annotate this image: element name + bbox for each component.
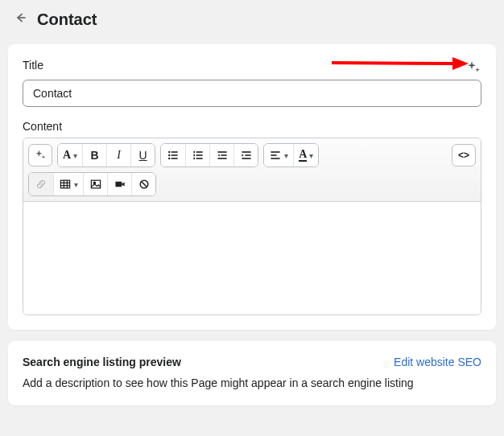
svg-rect-12 bbox=[193, 158, 195, 159]
svg-rect-24 bbox=[271, 158, 280, 159]
underline-button[interactable]: U bbox=[130, 144, 155, 167]
svg-rect-23 bbox=[271, 154, 277, 156]
svg-rect-7 bbox=[171, 158, 178, 159]
seo-heading: Search engine listing preview bbox=[23, 356, 181, 368]
title-label: Title bbox=[23, 59, 43, 72]
svg-marker-17 bbox=[217, 154, 219, 156]
bold-button[interactable]: B bbox=[82, 144, 106, 167]
svg-rect-11 bbox=[196, 154, 202, 156]
back-arrow-icon[interactable] bbox=[13, 10, 29, 30]
svg-rect-10 bbox=[193, 154, 195, 156]
outdent-button[interactable] bbox=[209, 144, 233, 167]
ai-sparkle-icon[interactable] bbox=[465, 60, 481, 76]
svg-rect-20 bbox=[242, 158, 250, 159]
svg-rect-16 bbox=[217, 158, 226, 159]
svg-rect-8 bbox=[193, 151, 195, 153]
svg-rect-25 bbox=[60, 180, 69, 188]
svg-rect-13 bbox=[196, 158, 202, 159]
seo-preview-card: Search engine listing preview Edit websi… bbox=[8, 341, 496, 405]
italic-button[interactable]: I bbox=[106, 144, 130, 167]
image-button[interactable] bbox=[83, 173, 107, 195]
svg-point-2 bbox=[168, 151, 170, 153]
align-dropdown[interactable]: ▾ bbox=[264, 144, 293, 167]
svg-marker-21 bbox=[242, 154, 243, 156]
svg-rect-30 bbox=[91, 180, 100, 188]
svg-rect-18 bbox=[242, 151, 250, 153]
svg-point-4 bbox=[168, 154, 170, 156]
svg-rect-9 bbox=[196, 151, 202, 153]
title-input[interactable] bbox=[23, 80, 481, 107]
video-button[interactable] bbox=[107, 173, 131, 195]
svg-rect-22 bbox=[271, 151, 280, 153]
svg-rect-19 bbox=[245, 154, 250, 156]
html-view-button[interactable]: <> bbox=[452, 144, 476, 167]
ai-assist-button[interactable] bbox=[28, 144, 52, 167]
link-button[interactable] bbox=[29, 173, 53, 195]
table-dropdown[interactable]: ▾ bbox=[53, 173, 83, 195]
rich-text-editor: A▾ B I U bbox=[23, 138, 481, 315]
seo-description: Add a description to see how this Page m… bbox=[23, 376, 481, 389]
bullet-list-button[interactable] bbox=[161, 144, 185, 167]
page-title: Contact bbox=[37, 10, 97, 29]
page-editor-card: Title Content bbox=[8, 44, 496, 330]
heading-dropdown[interactable]: A▾ bbox=[58, 144, 82, 167]
content-label: Content bbox=[23, 120, 481, 133]
page-header: Contact bbox=[0, 0, 504, 44]
svg-marker-33 bbox=[122, 183, 124, 187]
svg-rect-3 bbox=[171, 151, 178, 153]
svg-rect-5 bbox=[171, 154, 178, 156]
editor-toolbar: A▾ B I U bbox=[23, 138, 481, 202]
svg-rect-15 bbox=[221, 154, 226, 156]
font-color-dropdown[interactable]: A▾ bbox=[293, 144, 318, 167]
edit-seo-link[interactable]: Edit website SEO bbox=[394, 356, 481, 368]
indent-button[interactable] bbox=[233, 144, 258, 167]
clear-formatting-button[interactable] bbox=[131, 173, 155, 195]
numbered-list-button[interactable] bbox=[185, 144, 209, 167]
content-editor-area[interactable] bbox=[23, 202, 481, 315]
svg-rect-14 bbox=[217, 151, 226, 153]
svg-rect-32 bbox=[115, 182, 122, 187]
svg-point-6 bbox=[168, 158, 170, 159]
svg-line-35 bbox=[141, 182, 146, 187]
